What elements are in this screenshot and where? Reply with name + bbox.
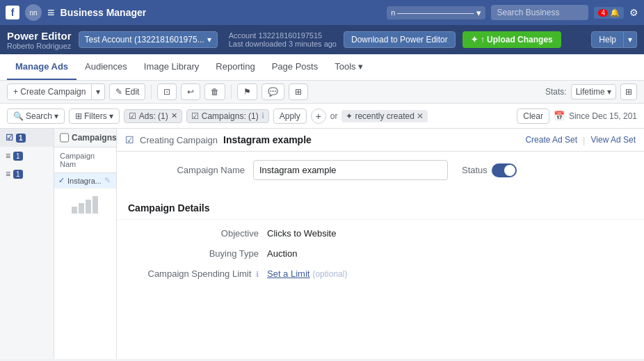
tab-manage-ads[interactable]: Manage Ads: [7, 54, 77, 80]
apply-button[interactable]: Apply: [273, 109, 307, 124]
info-icon[interactable]: ℹ: [261, 111, 264, 120]
comment-button[interactable]: 💬: [261, 83, 284, 100]
power-editor-title: Power Editor: [7, 30, 72, 42]
ads-icon: ≡: [6, 169, 10, 179]
facebook-logo: f: [6, 6, 19, 19]
toolbar: + Create Campaign ▾ ✎ Edit ⊡ ↩ 🗑 ⚑ 💬 ⊞ S…: [0, 81, 644, 104]
business-search-input[interactable]: [491, 5, 588, 20]
flag-button[interactable]: ⚑: [237, 83, 257, 100]
chart-area: [54, 188, 116, 218]
filter-icon: ⊞: [75, 111, 82, 121]
left-panel-ads[interactable]: ≡ 1: [0, 165, 54, 183]
campaign-name: Instagra...: [67, 177, 102, 185]
toolbar-separator: [151, 85, 152, 99]
left-panel-adsets[interactable]: ≡ 1: [0, 147, 54, 165]
tab-audiences[interactable]: Audiences: [77, 54, 136, 80]
spending-limit-info-icon[interactable]: ℹ: [256, 270, 259, 278]
recently-created-icon: ✦: [346, 111, 353, 121]
create-ad-set-link[interactable]: Create Ad Set: [525, 135, 577, 145]
tab-tools[interactable]: Tools ▾: [326, 54, 371, 80]
stats-label: Stats:: [545, 87, 567, 97]
chevron-down-icon: ▾: [54, 111, 58, 121]
content-area: ☑ 1 ≡ 1 ≡ 1 Campaigns Campaign Nam ✓ Ins…: [0, 129, 644, 359]
delete-button[interactable]: 🗑: [204, 83, 225, 100]
buying-type-row: Buying Type Auction: [128, 248, 633, 259]
campaigns-panel-header: Campaigns: [54, 129, 116, 147]
undo-button[interactable]: ↩: [181, 83, 200, 100]
campaigns-filter-chip: ☑ Campaigns: (1) ℹ: [186, 109, 269, 123]
tab-image-library[interactable]: Image Library: [136, 54, 207, 80]
campaign-name-input[interactable]: [253, 160, 448, 180]
set-limit-link[interactable]: Set a Limit: [267, 268, 309, 279]
campaigns-chip-icon: ☑: [191, 111, 199, 121]
filter-bar: 🔍 Search ▾ ⊞ Filters ▾ ☑ Ads: (1) ✕ ☑ Ca…: [0, 104, 644, 129]
campaign-edit-icon[interactable]: ✎: [104, 176, 111, 185]
svg-rect-3: [92, 196, 98, 214]
hamburger-icon[interactable]: ≡: [47, 6, 55, 20]
left-panel: ☑ 1 ≡ 1 ≡ 1: [0, 129, 54, 359]
user-name: n ——————————: [391, 8, 474, 17]
help-button[interactable]: Help: [591, 31, 624, 48]
svg-rect-2: [86, 200, 91, 214]
ads-filter-chip: ☑ Ads: (1) ✕: [124, 109, 182, 123]
svg-rect-1: [79, 203, 84, 214]
columns-button[interactable]: ⊞: [620, 83, 637, 100]
buying-type-label: Buying Type: [128, 248, 267, 259]
campaigns-icon: ☑: [6, 133, 13, 143]
campaign-name-display: Instagram example: [223, 134, 312, 145]
tab-reporting[interactable]: Reporting: [207, 54, 263, 80]
tag-button[interactable]: ⊞: [289, 83, 308, 100]
download-button[interactable]: Download to Power Editor: [344, 31, 456, 48]
optional-label: (optional): [312, 269, 347, 279]
campaign-name-row: Campaign Name Status: [128, 160, 633, 180]
user-section[interactable]: n —————————— ▾: [387, 6, 485, 19]
upload-changes-button[interactable]: ✦ ↑ Upload Changes: [462, 31, 561, 48]
account-id: Account 132218160197515: [229, 31, 337, 40]
objective-value: Clicks to Website: [267, 228, 336, 239]
stats-lifetime-select[interactable]: Lifetime ▾: [571, 84, 616, 99]
chevron-down-icon: ▾: [109, 111, 113, 121]
notif-badge: 4: [598, 9, 608, 17]
adsets-icon: ≡: [6, 151, 10, 161]
status-toggle-section: Status: [462, 163, 517, 177]
notifications-button[interactable]: 4 🔔: [594, 7, 624, 19]
account-select-button[interactable]: Test Account (1322181601975... ▾: [79, 31, 218, 48]
campaigns-panel: Campaigns Campaign Nam ✓ Instagra... ✎: [54, 129, 117, 359]
svg-rect-0: [72, 207, 77, 214]
edit-button[interactable]: ✎ Edit: [109, 83, 145, 100]
filters-button[interactable]: ⊞ Filters ▾: [69, 109, 120, 124]
power-editor-branding: Power Editor Roberto Rodriguez: [7, 30, 72, 50]
creating-label: Creating Campaign: [140, 135, 218, 145]
clear-button[interactable]: Clear: [517, 109, 549, 124]
copy-button[interactable]: ⊡: [157, 83, 177, 100]
status-toggle[interactable]: [492, 163, 517, 177]
create-campaign-button[interactable]: + Create Campaign: [7, 83, 92, 100]
view-ad-set-link[interactable]: View Ad Set: [591, 135, 636, 145]
campaign-check-icon: ✓: [58, 176, 65, 185]
help-dropdown-button[interactable]: ▾: [624, 31, 637, 48]
recently-created-close[interactable]: ✕: [417, 111, 424, 121]
select-all-campaigns[interactable]: [60, 133, 69, 143]
left-panel-campaigns[interactable]: ☑ 1: [0, 129, 54, 147]
campaign-row[interactable]: ✓ Instagra... ✎: [54, 173, 116, 188]
search-filter-button[interactable]: 🔍 Search ▾: [7, 109, 65, 124]
ads-chip-close[interactable]: ✕: [171, 111, 177, 120]
tab-page-posts[interactable]: Page Posts: [264, 54, 327, 80]
calendar-icon: 📅: [554, 111, 565, 121]
since-text: Since Dec 15, 201: [569, 111, 637, 121]
filter-right-section: Clear 📅 Since Dec 15, 201: [517, 109, 637, 124]
objective-label: Objective: [128, 228, 267, 239]
editor-header: ☑ Creating Campaign Instagram example Cr…: [117, 129, 644, 152]
user-avatar-small: nn: [25, 4, 42, 21]
gear-button[interactable]: ⚙: [629, 7, 638, 18]
biz-manager-title: Business Manager: [61, 7, 147, 18]
last-downloaded: Last downloaded 3 minutes ago: [229, 40, 337, 48]
recently-created-chip: ✦ recently created ✕: [341, 110, 427, 122]
sub-nav-bar: Power Editor Roberto Rodriguez Test Acco…: [0, 25, 644, 54]
editor-title-section: ☑ Creating Campaign Instagram example: [125, 134, 312, 145]
toolbar-separator-2: [231, 85, 232, 99]
account-info: Account 132218160197515 Last downloaded …: [225, 31, 337, 48]
add-filter-button[interactable]: +: [311, 109, 326, 124]
campaigns-count: 1: [16, 134, 26, 143]
create-campaign-dropdown[interactable]: ▾: [92, 83, 105, 100]
